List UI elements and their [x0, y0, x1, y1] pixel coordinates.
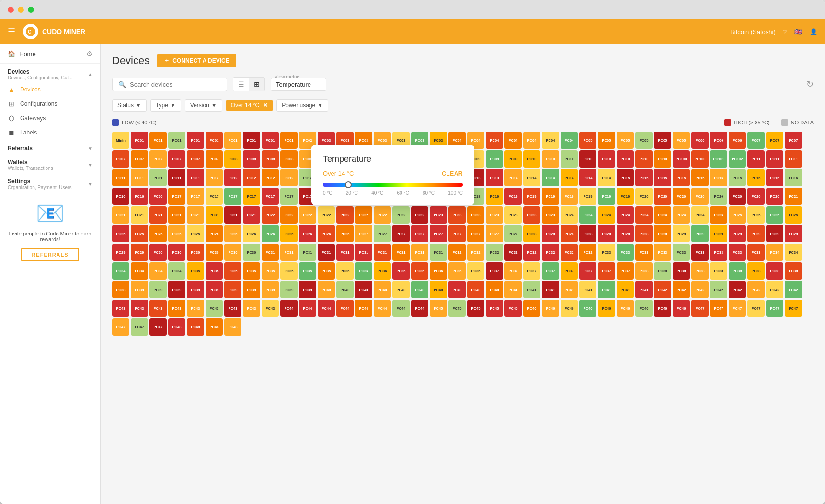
sidebar-section-wallets-header[interactable]: Wallets Wallets, Transactions ▼ — [0, 154, 100, 173]
device-tile[interactable]: PC17 — [168, 188, 185, 205]
device-tile[interactable]: PC11 — [187, 169, 204, 186]
device-tile[interactable]: PC41 — [598, 281, 615, 298]
device-tile[interactable]: PC38 — [654, 262, 671, 280]
device-tile[interactable]: PC33 — [691, 244, 709, 261]
device-tile[interactable]: PC16 — [112, 188, 129, 205]
device-tile[interactable]: PC11 — [168, 169, 185, 186]
device-tile[interactable]: PC36 — [467, 262, 484, 280]
menu-toggle[interactable]: ☰ — [8, 26, 15, 37]
device-tile[interactable]: PC19 — [523, 188, 540, 205]
device-tile[interactable]: PC41 — [561, 281, 578, 298]
device-tile[interactable]: PC22 — [262, 206, 279, 224]
help-icon[interactable]: ? — [783, 28, 787, 35]
device-tile[interactable]: PC37 — [561, 262, 578, 280]
device-tile[interactable]: PC21 — [112, 206, 129, 224]
device-tile[interactable]: PC27 — [504, 225, 522, 242]
devices-chevron-icon[interactable]: ▲ — [88, 72, 92, 77]
device-tile[interactable]: PC42 — [691, 281, 709, 298]
device-tile[interactable]: PC45 — [486, 300, 503, 317]
device-tile[interactable]: PC43 — [224, 300, 241, 317]
status-filter[interactable]: Status ▼ — [112, 99, 147, 112]
device-tile[interactable]: PC44 — [411, 300, 428, 317]
device-tile[interactable]: PC42 — [766, 281, 783, 298]
device-tile[interactable]: PC06 — [710, 132, 727, 149]
device-tile[interactable]: PC38 — [766, 262, 783, 280]
device-tile[interactable]: Minin — [112, 132, 129, 149]
device-tile[interactable]: PC22 — [411, 206, 428, 224]
device-tile[interactable]: PC05 — [579, 132, 596, 149]
device-tile[interactable]: PC14 — [561, 169, 578, 186]
device-tile[interactable]: PC24 — [579, 206, 596, 224]
device-tile[interactable]: PC44 — [299, 300, 316, 317]
device-tile[interactable]: PC39 — [168, 281, 185, 298]
device-tile[interactable]: PC15 — [729, 169, 746, 186]
device-tile[interactable]: PC22 — [355, 206, 372, 224]
device-tile[interactable]: PC11 — [149, 169, 167, 186]
device-tile[interactable]: PC38 — [112, 281, 129, 298]
device-tile[interactable]: PC31 — [280, 244, 298, 261]
device-tile[interactable]: PC39 — [243, 281, 260, 298]
device-tile[interactable]: PC41 — [523, 281, 540, 298]
device-tile[interactable]: PC28 — [579, 225, 596, 242]
device-tile[interactable]: PC37 — [542, 262, 559, 280]
device-tile[interactable]: PC23 — [467, 206, 484, 224]
device-tile[interactable]: PC25 — [766, 206, 783, 224]
device-tile[interactable]: PC36 — [430, 262, 447, 280]
device-tile[interactable]: PC38 — [635, 262, 653, 280]
device-tile[interactable]: PC17 — [224, 188, 241, 205]
device-tile[interactable]: PC45 — [467, 300, 484, 317]
device-tile[interactable]: PC19 — [617, 188, 634, 205]
device-tile[interactable]: PC31 — [411, 244, 428, 261]
device-tile[interactable]: PC04 — [561, 132, 578, 149]
view-metric-select[interactable]: Temperature Power usage Hash rate — [271, 78, 326, 91]
device-tile[interactable]: PC33 — [654, 244, 671, 261]
device-tile[interactable]: PC24 — [617, 206, 634, 224]
device-tile[interactable]: PC07 — [112, 150, 129, 168]
device-tile[interactable]: PC04 — [504, 132, 522, 149]
device-tile[interactable]: PC11 — [112, 169, 129, 186]
device-tile[interactable]: PC46 — [561, 300, 578, 317]
device-tile[interactable]: PC15 — [617, 169, 634, 186]
device-tile[interactable]: PC38 — [747, 262, 765, 280]
device-tile[interactable]: PC31 — [262, 244, 279, 261]
device-tile[interactable]: PC35 — [187, 262, 204, 280]
device-tile[interactable]: PC31 — [318, 244, 335, 261]
device-tile[interactable]: PC37 — [579, 262, 596, 280]
device-tile[interactable]: PC29 — [691, 225, 709, 242]
device-tile[interactable]: PC41 — [579, 281, 596, 298]
device-tile[interactable]: PC29 — [710, 225, 727, 242]
device-tile[interactable]: PC35 — [206, 262, 223, 280]
device-tile[interactable]: PC10 — [542, 150, 559, 168]
device-tile[interactable]: PC26 — [224, 225, 241, 242]
device-tile[interactable]: PC05 — [635, 132, 653, 149]
device-tile[interactable]: PC23 — [486, 206, 503, 224]
device-tile[interactable]: PC40 — [392, 281, 410, 298]
device-tile[interactable]: PC23 — [542, 206, 559, 224]
device-tile[interactable]: PC11 — [785, 150, 802, 168]
device-tile[interactable]: PC28 — [542, 225, 559, 242]
device-tile[interactable]: PC17 — [243, 188, 260, 205]
device-tile[interactable]: PC20 — [710, 188, 727, 205]
device-tile[interactable]: PC24 — [673, 206, 690, 224]
device-tile[interactable]: PC47 — [710, 300, 727, 317]
device-tile[interactable]: PC07 — [206, 150, 223, 168]
device-tile[interactable]: PC47 — [729, 300, 746, 317]
device-tile[interactable]: PC24 — [691, 206, 709, 224]
device-tile[interactable]: PC01 — [149, 132, 167, 149]
device-tile[interactable]: PC10 — [561, 150, 578, 168]
device-tile[interactable]: PC26 — [243, 225, 260, 242]
device-tile[interactable]: PC37 — [617, 262, 634, 280]
device-tile[interactable]: PC29 — [131, 244, 148, 261]
device-tile[interactable]: PC07 — [131, 150, 148, 168]
device-tile[interactable]: PC01 — [168, 132, 185, 149]
device-tile[interactable]: PC07 — [766, 132, 783, 149]
device-tile[interactable]: PC25 — [168, 225, 185, 242]
device-tile[interactable]: PC35 — [262, 262, 279, 280]
device-tile[interactable]: PC27 — [430, 225, 447, 242]
device-tile[interactable]: PC28 — [598, 225, 615, 242]
device-tile[interactable]: PC32 — [486, 244, 503, 261]
device-tile[interactable]: PC35 — [243, 262, 260, 280]
device-tile[interactable]: PC12 — [206, 169, 223, 186]
device-tile[interactable]: PC36 — [374, 262, 391, 280]
device-tile[interactable]: PC04 — [523, 132, 540, 149]
